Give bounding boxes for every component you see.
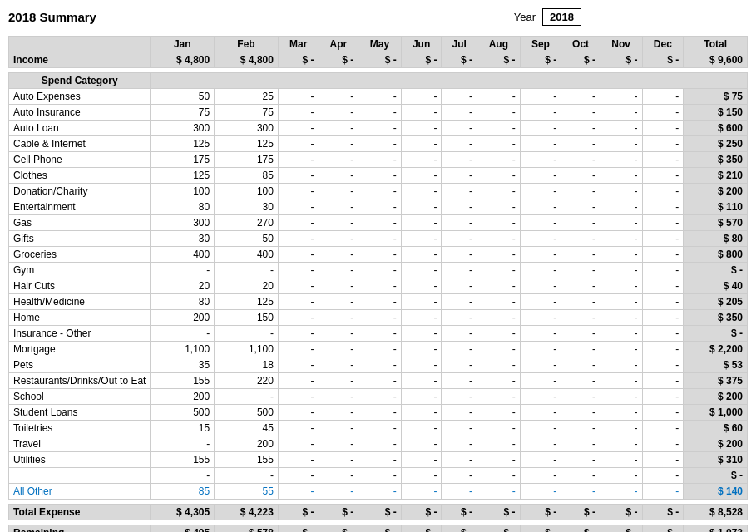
spend-val[interactable]: - [600, 231, 642, 247]
income-val-5[interactable]: $ - [401, 52, 442, 68]
spend-val[interactable]: - [401, 152, 442, 168]
spend-val[interactable]: - [600, 405, 642, 421]
spend-val[interactable]: - [151, 263, 215, 278]
total-expense-val[interactable]: $ - [401, 505, 442, 520]
spend-val[interactable]: - [600, 247, 642, 263]
spend-val[interactable]: - [520, 263, 561, 278]
spend-val[interactable]: - [215, 263, 279, 278]
spend-val[interactable]: - [477, 278, 521, 294]
spend-val[interactable]: - [278, 357, 319, 373]
remaining-val[interactable]: $ - [600, 525, 642, 533]
spend-val[interactable]: - [358, 405, 402, 421]
spend-val[interactable]: - [319, 373, 358, 389]
income-val-1[interactable]: $ 4,800 [215, 52, 279, 68]
spend-val[interactable]: - [278, 184, 319, 200]
spend-val[interactable]: - [477, 373, 521, 389]
spend-val[interactable]: - [642, 121, 684, 136]
spend-val[interactable]: 30 [151, 231, 215, 247]
spend-val[interactable]: - [561, 105, 600, 121]
total-expense-val[interactable]: $ - [642, 505, 684, 520]
spend-val[interactable]: - [642, 168, 684, 184]
spend-val[interactable]: - [477, 184, 521, 200]
all-other-val[interactable]: - [442, 484, 477, 500]
spend-val[interactable]: - [319, 136, 358, 152]
spend-val[interactable]: 300 [151, 215, 215, 231]
spend-val[interactable]: - [358, 152, 402, 168]
spend-val[interactable]: - [561, 168, 600, 184]
spend-val[interactable]: - [319, 342, 358, 357]
spend-val[interactable]: - [600, 452, 642, 468]
spend-val[interactable]: $ 200 [684, 184, 748, 200]
spend-val[interactable]: - [442, 121, 477, 136]
spend-val[interactable]: - [600, 436, 642, 452]
total-expense-val[interactable]: $ - [278, 505, 319, 520]
spend-val[interactable]: - [642, 326, 684, 342]
spend-val[interactable]: - [358, 200, 402, 215]
spend-val[interactable]: - [442, 373, 477, 389]
spend-val[interactable]: 200 [151, 310, 215, 326]
spend-val[interactable]: - [358, 389, 402, 405]
spend-val[interactable]: 25 [215, 89, 279, 105]
spend-val[interactable]: - [278, 373, 319, 389]
spend-val[interactable]: 200 [215, 436, 279, 452]
spend-val[interactable]: $ - [684, 468, 748, 484]
spend-val[interactable]: - [442, 263, 477, 278]
remaining-val[interactable]: $ - [278, 525, 319, 533]
spend-val[interactable]: - [278, 215, 319, 231]
spend-val[interactable]: $ 60 [684, 421, 748, 436]
spend-val[interactable]: - [319, 294, 358, 310]
spend-val[interactable]: - [600, 89, 642, 105]
spend-val[interactable]: - [442, 184, 477, 200]
spend-val[interactable]: - [520, 310, 561, 326]
spend-val[interactable]: - [319, 389, 358, 405]
spend-val[interactable]: - [600, 357, 642, 373]
spend-val[interactable]: - [520, 168, 561, 184]
spend-val[interactable]: - [401, 121, 442, 136]
spend-val[interactable]: - [642, 263, 684, 278]
total-expense-val[interactable]: $ 8,528 [684, 505, 748, 520]
spend-val[interactable]: - [477, 247, 521, 263]
spend-val[interactable]: - [442, 357, 477, 373]
spend-val[interactable]: $ 40 [684, 278, 748, 294]
spend-val[interactable]: - [477, 436, 521, 452]
spend-val[interactable]: - [278, 294, 319, 310]
spend-val[interactable]: - [358, 373, 402, 389]
spend-val[interactable]: - [642, 152, 684, 168]
spend-val[interactable]: $ 1,000 [684, 405, 748, 421]
spend-val[interactable]: - [278, 152, 319, 168]
spend-val[interactable]: - [642, 421, 684, 436]
spend-val[interactable]: - [600, 389, 642, 405]
spend-val[interactable]: - [477, 105, 521, 121]
spend-val[interactable]: - [278, 247, 319, 263]
spend-val[interactable]: $ 110 [684, 200, 748, 215]
remaining-val[interactable]: $ - [477, 525, 521, 533]
spend-val[interactable]: $ 205 [684, 294, 748, 310]
remaining-val[interactable]: $ - [520, 525, 561, 533]
spend-val[interactable]: - [600, 121, 642, 136]
spend-val[interactable]: - [401, 342, 442, 357]
spend-val[interactable]: - [477, 310, 521, 326]
spend-val[interactable]: - [561, 215, 600, 231]
spend-val[interactable]: - [278, 326, 319, 342]
income-val-6[interactable]: $ - [442, 52, 477, 68]
spend-val[interactable]: - [358, 452, 402, 468]
spend-val[interactable]: - [319, 89, 358, 105]
spend-val[interactable]: - [642, 357, 684, 373]
spend-val[interactable]: - [477, 121, 521, 136]
remaining-val[interactable]: $ 578 [215, 525, 279, 533]
income-val-11[interactable]: $ - [642, 52, 684, 68]
spend-val[interactable]: - [278, 136, 319, 152]
spend-val[interactable]: $ 150 [684, 105, 748, 121]
spend-val[interactable]: - [401, 247, 442, 263]
spend-val[interactable]: - [319, 436, 358, 452]
spend-val[interactable]: - [642, 373, 684, 389]
spend-val[interactable]: - [401, 357, 442, 373]
spend-val[interactable]: - [442, 468, 477, 484]
spend-val[interactable]: - [642, 452, 684, 468]
spend-val[interactable]: - [319, 184, 358, 200]
spend-val[interactable]: - [477, 421, 521, 436]
spend-val[interactable]: - [561, 357, 600, 373]
income-val-3[interactable]: $ - [319, 52, 358, 68]
spend-val[interactable]: - [561, 200, 600, 215]
spend-val[interactable]: - [319, 405, 358, 421]
